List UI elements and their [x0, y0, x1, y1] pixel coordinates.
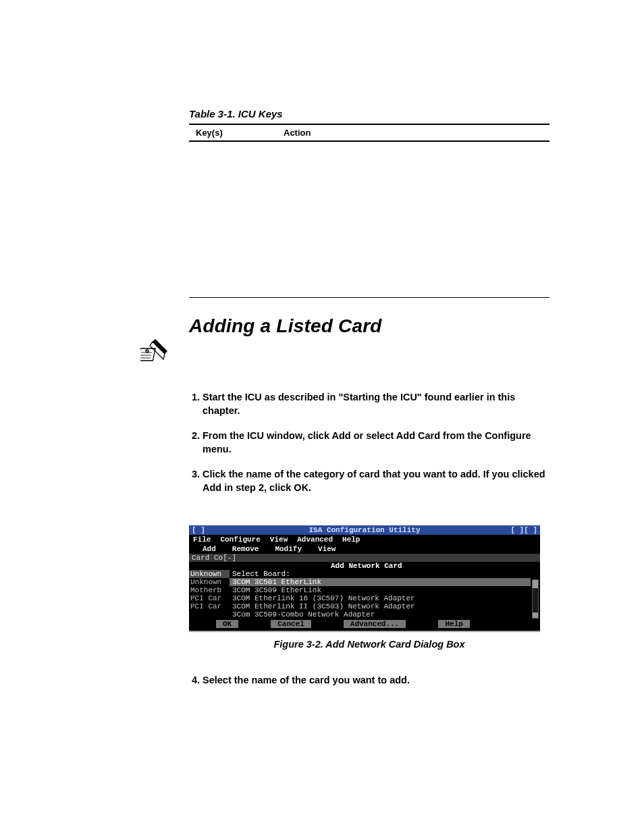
list-item[interactable]: 3COM 3C501 EtherLink — [230, 578, 531, 586]
select-board-label: Select Board: — [230, 570, 531, 578]
bg-item: Unknown — [189, 570, 230, 578]
dos-window-title: ISA Configuration Utility — [308, 526, 420, 534]
scroll-down-icon[interactable] — [533, 613, 538, 618]
advanced-button[interactable]: Advanced... — [344, 620, 406, 628]
step-4: Select the name of the card you want to … — [203, 674, 549, 687]
submenu-add[interactable]: Add — [203, 545, 216, 553]
menu-advanced[interactable]: Advanced — [297, 536, 333, 544]
step-1: Start the ICU as described in "Starting … — [203, 391, 549, 417]
card-config-line: Card Co[-] — [189, 554, 540, 562]
background-card-list: Unknown Unknown Motherb PCI Car PCI Car — [189, 570, 230, 619]
dos-menubar: File Configure View Advanced Help — [189, 535, 540, 544]
bg-item: Motherb — [189, 586, 230, 594]
help-button[interactable]: Help — [438, 620, 469, 628]
menu-help[interactable]: Help — [342, 536, 360, 544]
step-3: Click the name of the category of card t… — [203, 468, 549, 494]
table-header-action: Action — [284, 128, 311, 138]
icu-keys-table: Key(s) Action — [189, 124, 549, 142]
steps-list-continued: Select the name of the card you want to … — [189, 674, 549, 687]
ok-button[interactable]: OK — [216, 620, 238, 628]
dos-titlebar: [ ] ISA Configuration Utility [ ][ ] — [189, 525, 540, 535]
menu-view[interactable]: View — [270, 536, 288, 544]
cancel-button[interactable]: Cancel — [271, 620, 311, 628]
window-control-right[interactable]: [ ][ ] — [510, 526, 537, 534]
section-title: Adding a Listed Card — [189, 315, 549, 337]
dos-bottom-rule — [189, 631, 540, 632]
board-listbox[interactable]: 3COM 3C501 EtherLink 3COM 3C509 EtherLin… — [230, 578, 531, 619]
submenu-remove[interactable]: Remove — [232, 545, 259, 553]
bg-item: Unknown — [189, 578, 230, 586]
section-rule — [189, 297, 549, 298]
bg-item: PCI Car — [189, 594, 230, 602]
submenu-modify[interactable]: Modify — [275, 545, 302, 553]
list-item[interactable]: 3COM 3C509 EtherLink — [230, 586, 531, 594]
scroll-thumb[interactable] — [533, 581, 538, 588]
pencil-note-icon — [140, 336, 169, 367]
list-item[interactable]: 3COM Etherlink 16 (3C507) Network Adapte… — [230, 594, 531, 602]
dialog-title: Add Network Card — [189, 562, 540, 570]
listbox-scrollbar[interactable] — [532, 579, 539, 619]
figure-block: [ ] ISA Configuration Utility [ ][ ] Fil… — [189, 525, 549, 650]
list-item[interactable]: 3COM Etherlink II (3C503) Network Adapte… — [230, 602, 531, 610]
dialog-buttons: OK Cancel Advanced... Help — [189, 619, 540, 631]
list-item[interactable]: 3Com 3C509-Combo Network Adapter — [230, 610, 531, 619]
dos-submenu: Add Remove Modify View — [189, 544, 540, 554]
window-control-left[interactable]: [ ] — [192, 526, 205, 534]
table-caption: Table 3-1. ICU Keys — [189, 108, 549, 120]
steps-list: Start the ICU as described in "Starting … — [189, 391, 549, 494]
step-2: From the ICU window, click Add or select… — [203, 429, 549, 456]
bg-item: PCI Car — [189, 602, 230, 610]
submenu-view[interactable]: View — [318, 545, 336, 553]
table-header-keys: Key(s) — [189, 128, 284, 138]
menu-file[interactable]: File — [193, 536, 211, 544]
dos-window: [ ] ISA Configuration Utility [ ][ ] Fil… — [189, 525, 540, 632]
figure-caption: Figure 3-2. Add Network Card Dialog Box — [189, 639, 549, 650]
menu-configure[interactable]: Configure — [220, 536, 260, 544]
